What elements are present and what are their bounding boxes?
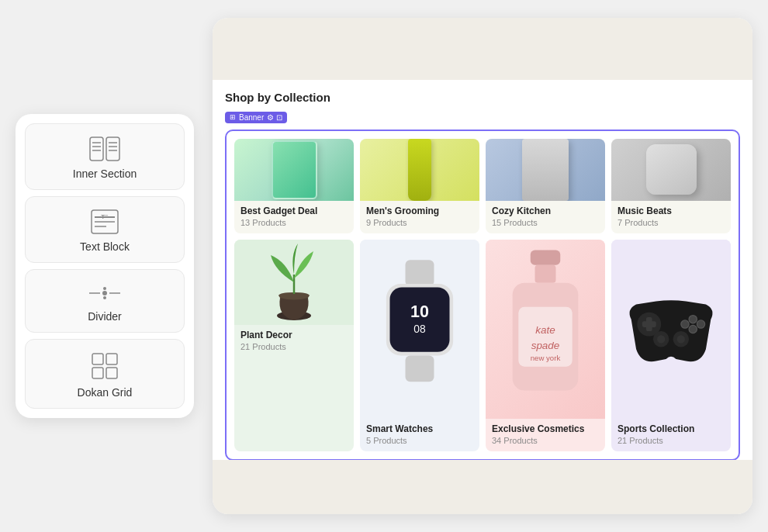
collection-info-exclusive-cosmetics: Exclusive Cosmetics 34 Products (486, 419, 605, 451)
collection-card-best-gadget[interactable]: Best Gadget Deal 13 Products (234, 139, 354, 233)
dokan-grid-icon (91, 352, 119, 380)
collection-img-tablet (234, 139, 354, 201)
collection-card-music-beats[interactable]: Music Beats 7 Products (611, 139, 731, 233)
sidebar-item-inner-section-label: Inner Section (73, 168, 137, 180)
svg-point-14 (102, 291, 107, 295)
collection-grid: Best Gadget Deal 13 Products Men's Groom… (234, 139, 731, 451)
sidebar-item-divider[interactable]: Divider (25, 269, 185, 333)
collection-img-watch: 10 08 (360, 240, 479, 419)
collection-count-music-beats: 7 Products (618, 218, 725, 227)
svg-rect-19 (106, 354, 117, 364)
collection-name-smart-watches: Smart Watches (366, 423, 473, 434)
divider-icon (89, 282, 120, 304)
svg-point-40 (689, 315, 697, 323)
collection-count-mens-grooming: 9 Products (366, 218, 473, 227)
collection-card-plant-decor[interactable]: Plant Decor 21 Products (234, 240, 354, 451)
main-wrapper: Inner Section T≡ Text Block (0, 2, 768, 530)
svg-rect-1 (106, 137, 119, 161)
svg-rect-0 (90, 137, 103, 161)
collection-count-exclusive-cosmetics: 34 Products (492, 436, 599, 445)
collection-card-sports-collection[interactable]: Sports Collection 21 Products (611, 240, 731, 451)
sidebar-item-inner-section[interactable]: Inner Section (25, 123, 185, 190)
collection-name-music-beats: Music Beats (618, 206, 725, 216)
banner-tag-actions: ⚙ ⊡ (267, 113, 282, 122)
collection-name-cozy-kitchen: Cozy Kitchen (492, 206, 599, 216)
svg-point-41 (697, 320, 704, 327)
preview-content: Shop by Collection ⊞ Banner ⚙ ⊡ Best Gad… (213, 80, 752, 460)
collection-count-sports-collection: 21 Products (618, 436, 725, 445)
collection-name-best-gadget: Best Gadget Deal (240, 206, 348, 216)
svg-rect-29 (406, 355, 434, 382)
collection-card-smart-watches[interactable]: 10 08 Smart Watches 5 Products (360, 240, 479, 451)
collection-card-cozy-kitchen[interactable]: Cozy Kitchen 15 Products (486, 139, 605, 233)
svg-point-46 (657, 335, 665, 343)
collection-info-smart-watches: Smart Watches 5 Products (360, 419, 479, 451)
svg-point-42 (689, 325, 697, 333)
collection-info-cozy-kitchen: Cozy Kitchen 15 Products (486, 201, 605, 233)
preview-footer-band (213, 460, 752, 514)
svg-rect-18 (92, 354, 103, 364)
sidebar: Inner Section T≡ Text Block (16, 114, 194, 418)
collection-info-best-gadget: Best Gadget Deal 13 Products (234, 201, 354, 233)
sidebar-item-text-block-label: Text Block (80, 240, 130, 253)
svg-point-47 (677, 335, 685, 343)
banner-tag-label: Banner (239, 113, 264, 122)
svg-rect-31 (535, 264, 556, 282)
collection-info-plant-decor: Plant Decor 21 Products (234, 325, 354, 358)
svg-text:08: 08 (413, 323, 426, 335)
collection-count-smart-watches: 5 Products (366, 436, 473, 445)
banner-tag: ⊞ Banner ⚙ ⊡ (225, 112, 287, 123)
collection-info-music-beats: Music Beats 7 Products (611, 201, 731, 233)
svg-text:10: 10 (410, 302, 429, 321)
text-block-icon: T≡ (91, 209, 119, 234)
svg-rect-39 (646, 317, 652, 331)
sidebar-item-divider-label: Divider (88, 310, 122, 323)
collection-name-exclusive-cosmetics: Exclusive Cosmetics (492, 423, 599, 434)
svg-rect-30 (531, 250, 561, 264)
svg-point-43 (681, 320, 689, 327)
collection-info-sports-collection: Sports Collection 21 Products (611, 419, 731, 451)
inner-section-icon (89, 136, 120, 161)
collection-img-fridge (486, 139, 605, 201)
banner-tag-icon: ⊞ (230, 113, 236, 121)
collection-info-mens-grooming: Men's Grooming 9 Products (360, 201, 479, 233)
svg-point-16 (103, 296, 106, 299)
collection-name-mens-grooming: Men's Grooming (366, 206, 473, 216)
collection-count-cozy-kitchen: 15 Products (492, 218, 599, 227)
collection-img-razor (360, 139, 479, 201)
sidebar-item-dokan-grid[interactable]: Dokan Grid (25, 339, 185, 409)
collection-count-best-gadget: 13 Products (240, 218, 348, 227)
collection-name-sports-collection: Sports Collection (618, 423, 725, 434)
collection-img-controller (611, 240, 731, 419)
svg-text:kate: kate (535, 324, 555, 336)
svg-rect-24 (406, 260, 434, 286)
svg-point-15 (103, 287, 106, 290)
section-title: Shop by Collection (225, 91, 740, 104)
svg-rect-21 (106, 368, 117, 378)
collection-grid-wrapper: Best Gadget Deal 13 Products Men's Groom… (225, 130, 740, 461)
preview-panel: Shop by Collection ⊞ Banner ⚙ ⊡ Best Gad… (213, 18, 752, 514)
collection-img-speaker (611, 139, 731, 201)
collection-name-plant-decor: Plant Decor (240, 330, 348, 340)
sidebar-item-text-block[interactable]: T≡ Text Block (25, 196, 185, 263)
svg-rect-20 (92, 368, 103, 378)
collection-card-mens-grooming[interactable]: Men's Grooming 9 Products (360, 139, 479, 233)
collection-img-perfume: kate spade new york (486, 240, 605, 419)
svg-text:new york: new york (531, 353, 561, 361)
sidebar-item-dokan-grid-label: Dokan Grid (78, 386, 133, 399)
collection-count-plant-decor: 21 Products (240, 342, 348, 351)
collection-card-exclusive-cosmetics[interactable]: kate spade new york Exclusive Cosmetics … (486, 240, 605, 451)
svg-text:T≡: T≡ (101, 213, 109, 220)
collection-img-plant (234, 240, 354, 325)
preview-header-band (213, 18, 752, 80)
svg-text:spade: spade (531, 339, 560, 351)
